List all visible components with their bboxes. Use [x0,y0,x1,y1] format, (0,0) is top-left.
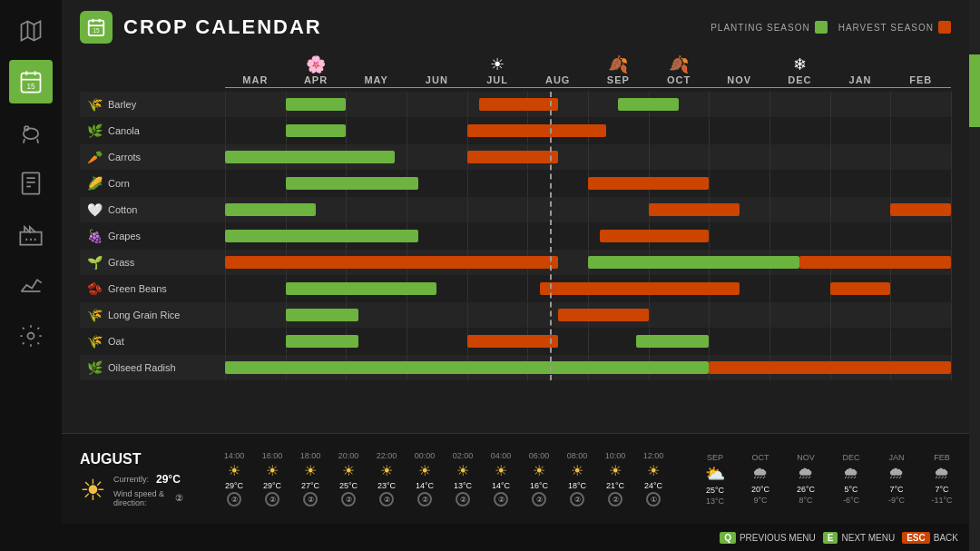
back-button[interactable]: ESC BACK [902,532,958,544]
crop-bar [588,177,709,190]
weather-future-low: -11°C [931,496,952,505]
crop-row: 🌿Canola [80,118,951,143]
month-sep: SEP [588,74,649,85]
weather-hour-wind: ② [379,492,394,507]
weather-future-low: -6°C [843,496,859,505]
month-nov: NOV [709,74,769,85]
weather-hour-wind: ② [456,492,470,507]
weather-hour-time: 00:00 [415,451,436,460]
next-menu-button[interactable]: E NEXT MENU [823,532,895,544]
sidebar-item-documents[interactable] [9,162,53,205]
crop-bars [225,329,951,354]
legend-planting-color [815,21,828,34]
weather-future-item: NOV 🌧 26°C 8°C [786,453,826,506]
weather-hour-item: 10:00 ☀ 21°C ② [597,451,633,507]
weather-hour-icon: ☀ [495,462,507,479]
crop-row: 🍇Grapes [80,223,951,249]
month-icon-may [346,54,407,74]
sidebar: 15 [0,0,62,551]
crop-bar [618,98,679,111]
weather-hour-time: 18:00 [300,451,321,460]
esc-key: ESC [902,532,930,544]
svg-rect-15 [20,232,41,245]
weather-hour-temp: 29°C [263,481,281,490]
crop-bars [225,302,951,328]
weather-hour-item: 06:00 ☀ 16°C ② [521,451,557,507]
weather-hour-icon: ☀ [380,462,393,479]
crop-row: 🌽Corn [80,171,951,196]
month-icons-row: 🌸 ☀ 🍂 🍂 ❄ [225,54,951,74]
sidebar-item-settings[interactable] [9,314,53,358]
weather-hour-wind: ② [303,492,318,507]
crop-label: 🍇Grapes [80,229,225,243]
crop-name: Barley [108,99,136,110]
weather-hour-temp: 29°C [225,481,243,490]
crop-bar [709,361,951,374]
crop-bar [467,124,576,137]
crop-bar [600,230,709,242]
svg-rect-11 [23,172,40,193]
sidebar-item-livestock[interactable] [9,111,53,154]
weather-hour-wind: ② [532,492,546,507]
weather-hour-icon: ☀ [266,462,279,479]
crop-bars [225,197,951,222]
crop-bar [649,203,740,216]
crop-bar [286,282,437,295]
crop-row: 🌾Long Grain Rice [80,302,951,328]
svg-point-8 [24,126,29,131]
prev-menu-key: Q [720,532,736,544]
weather-hour-wind: ② [341,492,356,507]
page-title: CROP CALENDAR [123,15,322,39]
weather-sun-icon: ☀ [80,473,106,507]
weather-future-high: 25°C [706,486,724,495]
weather-hour-temp: 14°C [416,481,434,490]
month-icon-aug [527,54,588,74]
crop-bar [588,256,799,269]
crop-bar [286,309,358,321]
weather-hour-item: 08:00 ☀ 18°C ② [559,451,595,507]
month-icon-mar [225,54,286,74]
crop-icon: 🌱 [87,255,103,270]
month-jul: JUL [467,74,528,85]
crop-bar [558,309,649,321]
weather-future-high: 7°C [935,485,948,494]
weather-hour-temp: 23°C [377,481,396,490]
prev-menu-button[interactable]: Q PREVIOUS MENU [720,532,816,544]
month-icon-dec: ❄ [769,54,830,74]
month-names-row: MAR APR MAY JUN JUL AUG SEP OCT NOV DEC … [225,74,951,88]
back-label: BACK [934,533,958,543]
scrollbar[interactable] [969,0,980,551]
scrollbar-thumb[interactable] [969,54,980,127]
crop-bar [479,98,558,111]
crop-label: 🌿Canola [80,123,225,138]
weather-future-item: SEP ⛅ 25°C 13°C [695,453,735,506]
weather-hour-item: 22:00 ☀ 23°C ② [368,451,405,507]
svg-point-20 [28,333,34,339]
crop-label: 🌾Oat [80,334,225,349]
weather-hour-wind: ① [646,492,661,507]
crop-bar [799,256,951,269]
crop-icon: 🌽 [87,176,103,191]
crop-label: 🤍Cotton [80,202,225,217]
weather-hour-wind: ② [608,492,622,507]
crop-row: 🌿Oilseed Radish [80,355,951,380]
crop-bars [225,276,951,301]
crop-name: Carrots [108,152,141,162]
sidebar-item-chart[interactable] [9,263,53,307]
month-icon-sep: 🍂 [588,54,649,74]
month-mar: MAR [225,74,286,85]
crop-name: Oat [108,336,124,347]
crop-icon: 🌾 [87,334,103,349]
weather-hour-temp: 18°C [568,481,586,490]
sidebar-item-map[interactable] [9,9,53,53]
sidebar-item-calendar[interactable]: 15 [9,60,53,103]
month-oct: OCT [649,74,710,85]
crop-name: Cotton [108,204,137,215]
weather-future-month: FEB [934,453,950,462]
weather-hour-item: 12:00 ☀ 24°C ① [635,451,671,507]
crop-icon: 🤍 [87,202,103,217]
crop-row: 🫘Green Beans [80,276,951,301]
weather-hour-icon: ☀ [304,462,317,479]
header: 15 CROP CALENDAR PLANTING SEASON HARVEST… [62,0,969,54]
sidebar-item-factory[interactable] [9,212,53,256]
